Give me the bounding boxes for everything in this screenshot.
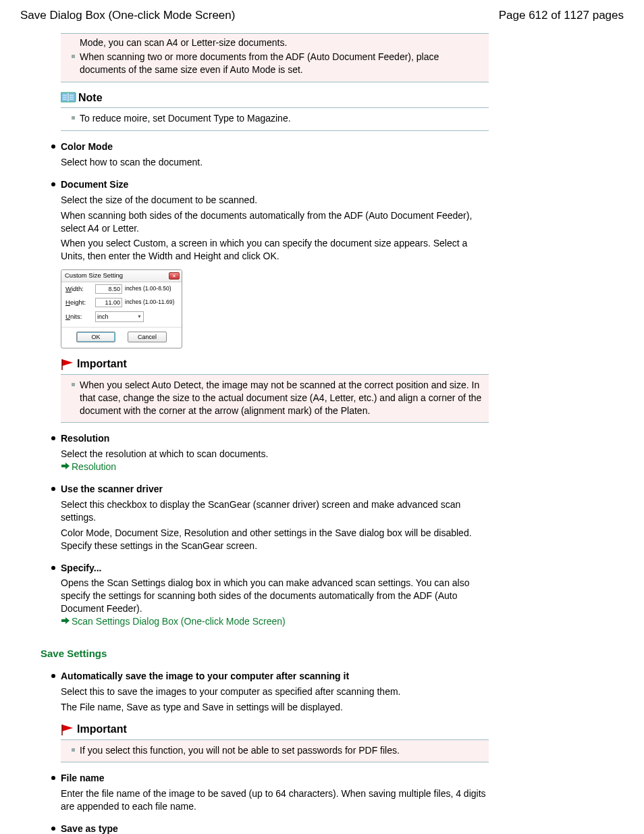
page-header: Save Dialog Box (One-click Mode Screen) …	[20, 8, 624, 24]
dialog-title: Custom Size Setting	[65, 271, 123, 280]
item-resolution-body: Select the resolution at which to scan d…	[61, 448, 489, 461]
item-color-mode: Color Mode Select how to scan the docume…	[61, 140, 489, 169]
resolution-link[interactable]: Resolution	[61, 461, 116, 473]
item-resolution-title: Resolution	[61, 432, 489, 445]
ok-button[interactable]: OK	[76, 332, 115, 342]
units-select[interactable]: inch ▼	[95, 311, 144, 322]
item-file-name-title: File name	[61, 772, 489, 785]
cancel-button[interactable]: Cancel	[128, 332, 167, 342]
item-doc-size-title: Document Size	[61, 178, 489, 191]
units-label: Units:	[65, 313, 95, 321]
height-label: Height:	[65, 298, 95, 307]
important2-title-row: Important	[61, 722, 489, 737]
svg-marker-8	[62, 359, 73, 366]
item-use-driver: Use the scanner driver Select this check…	[61, 483, 489, 552]
important1-title-row: Important	[61, 357, 489, 371]
item-auto-save-p2: The File name, Save as type and Save in …	[61, 701, 489, 714]
item-file-name-body: Enter the file name of the image to be s…	[61, 787, 489, 813]
resolution-link-text: Resolution	[72, 461, 116, 473]
item-doc-size-p2: When scanning both sides of the document…	[61, 209, 489, 235]
page-number: Page 612 of 1127 pages	[499, 8, 624, 24]
item-use-driver-p1: Select this checkbox to display the Scan…	[61, 498, 489, 524]
item-resolution: Resolution Select the resolution at whic…	[61, 432, 489, 473]
important1-body: When you select Auto Detect, the image m…	[68, 379, 482, 417]
svg-marker-12	[62, 725, 73, 731]
note-icon	[61, 92, 77, 103]
flag-icon	[61, 358, 76, 370]
save-settings-heading: Save Settings	[41, 647, 489, 660]
item-doc-size-p3: When you select Custom, a screen in whic…	[61, 237, 489, 263]
item-auto-save: Automatically save the image to your com…	[61, 670, 489, 714]
close-icon[interactable]: ✕	[169, 272, 180, 280]
page-title: Save Dialog Box (One-click Mode Screen)	[20, 8, 235, 24]
item-specify-title: Specify...	[61, 562, 489, 575]
note-body: To reduce moire, set Document Type to Ma…	[68, 112, 482, 125]
item-color-mode-title: Color Mode	[61, 140, 489, 153]
important2-box: If you select this function, you will no…	[61, 739, 489, 763]
custom-size-dialog: Custom Size Setting ✕ Width: 8.50 inches…	[61, 269, 182, 348]
item-auto-save-title: Automatically save the image to your com…	[61, 670, 489, 683]
scan-settings-link-text: Scan Settings Dialog Box (One-click Mode…	[72, 615, 286, 628]
width-label: Width:	[65, 285, 95, 294]
width-hint: inches (1.00-8.50)	[125, 285, 171, 292]
height-input[interactable]: 11.00	[95, 298, 122, 307]
item-use-driver-p2: Color Mode, Document Size, Resolution an…	[61, 527, 489, 552]
item-doc-size: Document Size Select the size of the doc…	[61, 178, 489, 348]
item-save-as: Save as type Select a file type to save …	[61, 823, 489, 834]
dialog-titlebar: Custom Size Setting ✕	[61, 270, 182, 282]
top-continuation-box: Mode, you can scan A4 or Letter-size doc…	[61, 33, 489, 82]
note-box: To reduce moire, set Document Type to Ma…	[61, 107, 489, 131]
item-save-as-title: Save as type	[61, 823, 489, 834]
scan-settings-link[interactable]: Scan Settings Dialog Box (One-click Mode…	[61, 615, 286, 628]
item-doc-size-p1: Select the size of the document to be sc…	[61, 194, 489, 207]
item-specify-body: Opens the Scan Settings dialog box in wh…	[61, 577, 489, 615]
item-auto-save-p1: Select this to save the images to your c…	[61, 685, 489, 698]
arrow-right-icon	[61, 615, 70, 628]
item-specify: Specify... Opens the Scan Settings dialo…	[61, 562, 489, 628]
top-line2: When scanning two or more documents from…	[68, 51, 482, 76]
svg-marker-11	[61, 617, 70, 624]
important2-title: Important	[77, 722, 127, 737]
important1-box: When you select Auto Detect, the image m…	[61, 374, 489, 423]
note-title: Note	[78, 90, 103, 105]
item-use-driver-title: Use the scanner driver	[61, 483, 489, 496]
chevron-down-icon: ▼	[137, 313, 142, 319]
note-title-row: Note	[61, 90, 489, 105]
arrow-right-icon	[61, 461, 70, 473]
item-color-mode-body: Select how to scan the document.	[61, 156, 489, 169]
important2-body: If you select this function, you will no…	[68, 744, 482, 757]
height-hint: inches (1.00-11.69)	[125, 298, 174, 306]
width-input[interactable]: 8.50	[95, 284, 122, 294]
units-value: inch	[97, 313, 109, 321]
flag-icon	[61, 723, 76, 735]
svg-marker-10	[61, 463, 70, 469]
top-line1: Mode, you can scan A4 or Letter-size doc…	[68, 36, 482, 49]
item-file-name: File name Enter the file name of the ima…	[61, 772, 489, 813]
important1-title: Important	[77, 357, 127, 371]
